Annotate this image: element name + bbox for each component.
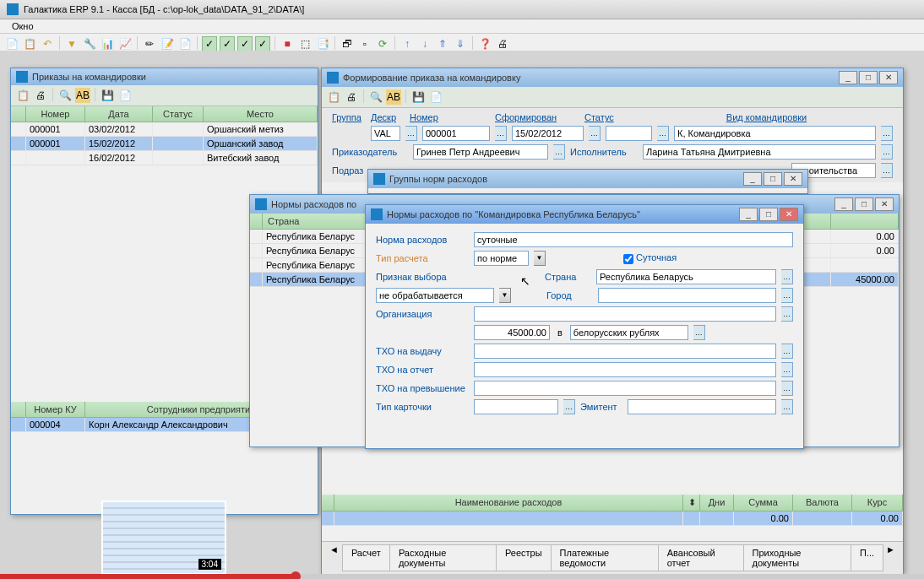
tool3-icon[interactable]: 📈	[117, 36, 133, 51]
calc-field[interactable]	[474, 251, 529, 266]
close-icon[interactable]: ✕	[780, 208, 798, 221]
win5-title[interactable]: Нормы расходов по "Командировка Республи…	[366, 205, 803, 224]
dropdown-icon[interactable]: …	[781, 288, 793, 303]
undo-icon[interactable]: ↶	[40, 36, 55, 51]
tb-icon[interactable]: 🔍	[57, 88, 73, 103]
txo2-field[interactable]	[474, 362, 776, 377]
video-progress[interactable]	[0, 574, 924, 579]
minimize-icon[interactable]: _	[834, 198, 853, 211]
country-field[interactable]	[596, 269, 776, 284]
card-field[interactable]	[474, 399, 558, 414]
tb-icon[interactable]: AB	[386, 89, 401, 105]
help-icon[interactable]: ❓	[477, 36, 492, 51]
txo1-field[interactable]	[474, 344, 776, 359]
amount-field[interactable]	[474, 325, 550, 340]
win-icon[interactable]: 🗗	[340, 36, 355, 51]
dropdown-icon[interactable]: …	[405, 126, 417, 141]
dropdown-icon[interactable]: …	[781, 344, 793, 359]
tab-inc[interactable]: Приходные документы	[743, 544, 851, 571]
tab-adv[interactable]: Авансовый отчет	[658, 544, 744, 571]
dropdown-icon[interactable]: ▼	[499, 288, 511, 303]
type-field[interactable]	[674, 126, 876, 141]
dropdown-icon[interactable]: …	[495, 126, 507, 141]
tool5-icon[interactable]: 📄	[177, 36, 193, 51]
dropdown-icon[interactable]: …	[881, 144, 893, 160]
table-row[interactable]: 16/02/2012 Витебский завод	[11, 151, 318, 165]
tab-pay[interactable]: Платежные ведомости	[551, 544, 659, 571]
maximize-icon[interactable]: □	[764, 172, 782, 186]
txo3-field[interactable]	[474, 381, 776, 396]
tb-icon[interactable]: 📋	[326, 89, 341, 105]
currency-field[interactable]	[570, 325, 688, 340]
green4-icon[interactable]: ✓	[255, 36, 270, 51]
status-field[interactable]	[606, 126, 652, 141]
print-icon[interactable]: 🖨	[495, 36, 510, 51]
order-field[interactable]	[413, 144, 548, 160]
dropdown-icon[interactable]: …	[563, 399, 575, 414]
dropdown-icon[interactable]: …	[657, 126, 669, 141]
close-icon[interactable]: ✕	[875, 198, 894, 211]
table-row[interactable]: 000001 03/02/2012 Оршанский метиз	[11, 122, 318, 137]
new-icon[interactable]: 📄	[4, 36, 19, 51]
maximize-icon[interactable]: □	[855, 198, 873, 211]
save-icon[interactable]: 💾	[100, 88, 115, 103]
color-icon[interactable]: ■	[280, 36, 295, 51]
tool1-icon[interactable]: 🔧	[82, 36, 97, 51]
city-field[interactable]	[598, 288, 776, 303]
progress-handle[interactable]	[291, 571, 301, 579]
tb-icon[interactable]: 📄	[428, 89, 443, 105]
maximize-icon[interactable]: □	[759, 208, 778, 221]
win1-title[interactable]: Приказы на командировки	[11, 68, 318, 85]
up2-icon[interactable]: ⇑	[435, 36, 450, 51]
tab-calc[interactable]: Расчет	[342, 544, 390, 571]
down-icon[interactable]: ↓	[417, 36, 432, 51]
dropdown-icon[interactable]: ▼	[534, 251, 546, 266]
menu-window[interactable]: Окно	[7, 19, 39, 33]
dropdown-icon[interactable]: …	[589, 126, 601, 141]
dropdown-icon[interactable]: …	[693, 325, 705, 340]
win3-title[interactable]: Группы норм расходов _ □ ✕	[368, 170, 807, 188]
tool2-icon[interactable]: 📊	[100, 36, 115, 51]
save-icon[interactable]: 💾	[410, 89, 426, 105]
video-thumbnail[interactable]: 3:04	[101, 501, 226, 575]
dropdown-icon[interactable]: …	[781, 399, 793, 414]
tab-reg[interactable]: Реестры	[496, 544, 552, 571]
refresh-icon[interactable]: ⟳	[375, 36, 390, 51]
dropdown-icon[interactable]: …	[781, 269, 793, 284]
org-field[interactable]	[474, 306, 776, 322]
filter-icon[interactable]: ▼	[64, 36, 79, 51]
emit-field[interactable]	[628, 399, 776, 414]
dropdown-icon[interactable]: …	[553, 144, 565, 160]
exec-field[interactable]	[643, 144, 876, 160]
tb-icon[interactable]: 📄	[117, 88, 133, 103]
tab-more[interactable]: П...	[851, 544, 883, 571]
print-icon[interactable]: 🖨	[33, 88, 48, 103]
up-icon[interactable]: ↑	[399, 36, 415, 51]
minimize-icon[interactable]: _	[739, 208, 758, 221]
tab-docs[interactable]: Расходные документы	[389, 544, 497, 571]
tb-icon[interactable]: 📋	[15, 88, 30, 103]
tool4-icon[interactable]: 📝	[160, 36, 175, 51]
maximize-icon[interactable]: □	[859, 71, 878, 84]
tool8-icon[interactable]: ▫	[357, 36, 372, 51]
minimize-icon[interactable]: _	[743, 172, 762, 186]
dropdown-icon[interactable]: …	[781, 362, 793, 377]
tool7-icon[interactable]: 📑	[315, 36, 330, 51]
close-icon[interactable]: ✕	[784, 172, 802, 186]
copy-icon[interactable]: 📋	[22, 36, 37, 51]
dropdown-icon[interactable]: …	[781, 306, 793, 322]
tb-icon[interactable]: AB	[75, 88, 90, 103]
dropdown-icon[interactable]: …	[881, 126, 893, 141]
close-icon[interactable]: ✕	[879, 71, 898, 84]
green1-icon[interactable]: ✓	[202, 36, 217, 51]
date-field[interactable]	[512, 126, 584, 141]
dropdown-icon[interactable]: …	[781, 381, 793, 396]
daily-checkbox[interactable]	[623, 254, 633, 264]
val-field[interactable]	[371, 126, 400, 141]
print-icon[interactable]: 🖨	[344, 89, 359, 105]
tb-icon[interactable]: 🔍	[368, 89, 383, 105]
minimize-icon[interactable]: _	[839, 71, 857, 84]
tool6-icon[interactable]: ⬚	[297, 36, 313, 51]
green3-icon[interactable]: ✓	[237, 36, 253, 51]
norm-field[interactable]	[474, 232, 793, 247]
